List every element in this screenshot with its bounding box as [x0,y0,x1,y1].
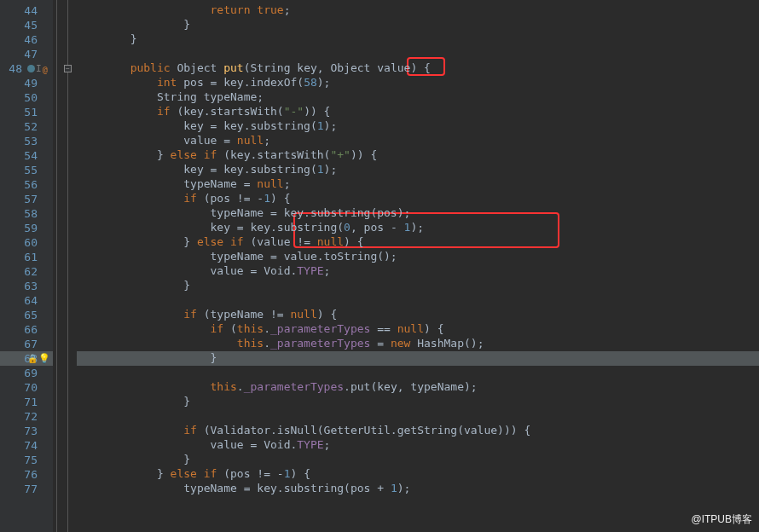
code-line[interactable]: } [77,351,759,366]
code-editor[interactable]: 4445464748I@4950515253545556575859606162… [0,0,759,532]
gutter-line[interactable]: 63 [0,279,53,293]
gutter-line[interactable]: 61 [0,250,53,264]
gutter-line[interactable]: 58 [0,206,53,221]
gutter-line[interactable]: 57 [0,192,53,206]
gutter-line[interactable]: 77 [0,482,53,496]
code-line[interactable] [77,47,759,61]
token-kw: null [257,177,283,190]
gutter-line[interactable]: 51 [0,105,53,119]
code-line[interactable]: this._parameterTypes = new HashMap(); [77,337,759,351]
gutter-line[interactable]: 65 [0,308,53,322]
code-line[interactable]: } else if (value != null) { [77,235,759,250]
code-line[interactable]: } [77,18,759,32]
code-line[interactable]: typeName = key.substring(pos); [77,206,759,221]
code-line[interactable]: return true; [77,3,759,18]
token-kw: if [211,322,224,335]
line-number: 49 [22,77,38,90]
token-num: 1 [391,482,397,494]
code-line[interactable]: String typeName; [77,90,759,105]
code-line[interactable]: } else if (pos != -1) { [77,467,759,482]
token-id: } [183,235,197,248]
code-line[interactable]: } [77,453,759,467]
token-id: == [370,322,397,335]
token-mth: put [223,61,243,74]
gutter-line[interactable]: 64 [0,293,53,308]
gutter-line[interactable]: 52 [0,119,53,134]
token-id: (String [244,61,298,74]
code-line[interactable]: } else if (key.startsWith("+")) { [77,148,759,163]
code-line[interactable]: key = key.substring(0, pos - 1); [77,221,759,235]
gutter-line[interactable]: 71 [0,395,53,409]
token-kw: null [317,235,344,248]
intention-bulb-icon[interactable]: 🔒💡 [27,353,51,364]
gutter-line[interactable]: 45 [0,18,53,32]
gutter-line[interactable]: 76 [0,467,53,482]
gutter-line[interactable]: 59 [0,221,53,235]
code-line[interactable]: } [77,32,759,47]
code-line[interactable]: typeName = null; [77,177,759,192]
gutter-line[interactable]: 50 [0,90,53,105]
code-line[interactable]: } [77,279,759,293]
code-line[interactable]: if (typeName != null) { [77,308,759,322]
override-marker-icon[interactable]: I@ [27,63,51,74]
gutter-line[interactable]: 60 [0,235,53,250]
token-kw: true [257,3,283,16]
gutter-line[interactable]: 53 [0,134,53,148]
code-line[interactable]: if (key.startsWith("-")) { [77,105,759,119]
code-line[interactable]: key = key.substring(1); [77,163,759,177]
gutter-line[interactable]: 49 [0,76,53,90]
code-line[interactable]: int pos = key.indexOf(58); [77,76,759,90]
token-kw: if [183,424,197,437]
code-line[interactable]: if (this._parameterTypes == null) { [77,322,759,337]
line-number: 73 [22,425,38,437]
code-line[interactable] [77,293,759,308]
code-line[interactable]: key = key.substring(1); [77,119,759,134]
code-area[interactable]: return true; } } public Object put(Strin… [53,0,759,532]
line-number: 74 [22,439,38,452]
token-num: 58 [304,76,317,89]
gutter-line[interactable]: 70 [0,380,53,395]
gutter-line[interactable]: 73 [0,424,53,438]
code-line[interactable]: value = null; [77,134,759,148]
code-line[interactable]: } [77,395,759,409]
gutter-line[interactable]: 67 [0,337,53,351]
code-line[interactable]: public Object put(String key, Object val… [77,61,759,76]
code-line[interactable]: value = Void.TYPE; [77,438,759,453]
code-line[interactable]: if (Validator.isNull(GetterUtil.getStrin… [77,424,759,438]
gutter-line[interactable]: 62 [0,264,53,279]
token-str: "-" [284,105,304,118]
line-number: 47 [22,48,38,61]
gutter-line[interactable]: 47 [0,47,53,61]
code-line[interactable]: if (pos != -1) { [77,192,759,206]
gutter-line[interactable]: 75 [0,453,53,467]
gutter-line[interactable]: 74 [0,438,53,453]
gutter-line[interactable]: 66 [0,322,53,337]
fold-toggle-icon[interactable]: − [64,65,72,72]
token-kw: return [211,3,251,16]
code-line[interactable] [77,409,759,424]
line-number: 66 [22,323,38,336]
token-num: 1 [317,119,324,132]
line-number: 59 [22,222,38,234]
code-line[interactable]: value = Void.TYPE; [77,264,759,279]
token-id: (Validator.isNull(GetterUtil.getString(v… [197,424,530,437]
gutter-line[interactable]: 54 [0,148,53,163]
gutter-line[interactable]: 46 [0,32,53,47]
gutter-line[interactable]: 56 [0,177,53,192]
gutter-line[interactable]: 72 [0,409,53,424]
code-line[interactable] [77,366,759,380]
gutter-line[interactable]: 44 [0,3,53,18]
token-kw: if [157,105,171,118]
code-line[interactable]: typeName = value.toString(); [77,250,759,264]
token-id: key = key.substring( [183,119,317,132]
token-id: ) { [424,322,443,335]
code-line[interactable]: this._parameterTypes.put(key, typeName); [77,380,759,395]
code-line[interactable]: typeName = key.substring(pos + 1); [77,482,759,496]
token-kw: int [157,76,177,89]
token-id: key [297,61,316,74]
gutter-line[interactable]: 69 [0,366,53,380]
gutter-line[interactable]: 48I@ [0,61,53,76]
line-number: 55 [22,164,38,176]
gutter-line[interactable]: 55 [0,163,53,177]
gutter-line[interactable]: 68🔒💡 [0,351,53,366]
